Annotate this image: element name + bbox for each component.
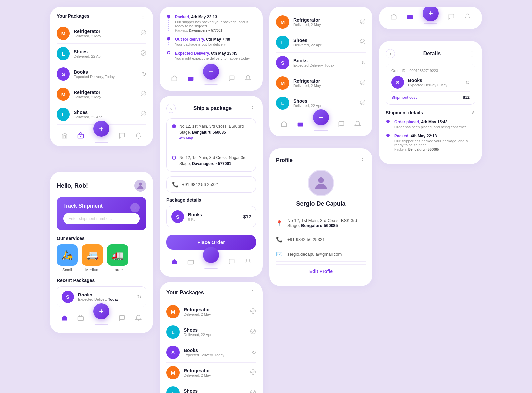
pkg-refresh-icon[interactable]: ↻: [137, 294, 141, 300]
c2-fab[interactable]: +: [203, 64, 219, 80]
c1-nav-chat[interactable]: [119, 315, 125, 321]
list-info: Shoes Delivered, 22 Apr: [184, 327, 246, 337]
ship-package-row: S Books 8 Kg $12: [166, 206, 256, 227]
chat-icon: [118, 132, 126, 139]
list-item[interactable]: L Shoes Delivered, 22 Apr: [276, 32, 366, 53]
c2-nav-bell[interactable]: [245, 75, 251, 82]
c1-nav-packages[interactable]: [77, 315, 84, 321]
card5-header: Profile ⋮: [276, 156, 366, 164]
pkg-details-title: Package details: [166, 197, 256, 203]
ct-nav-home[interactable]: [390, 13, 397, 20]
ship-back-btn[interactable]: ‹: [166, 104, 176, 113]
shipment-details-label: Shipment details: [386, 110, 423, 115]
ct-nav-bell[interactable]: [464, 13, 471, 20]
c4-fab[interactable]: +: [313, 109, 329, 125]
list-item[interactable]: M Refrigerator Delivered, 2 May: [57, 84, 146, 104]
nav-chat[interactable]: [118, 132, 126, 139]
profile-email: sergio.decapula@gmail.com: [287, 252, 342, 257]
ship-pkg-weight: 8 Kg: [188, 217, 239, 221]
list-item[interactable]: S Books Expected Delivery, Today ↻: [276, 53, 366, 73]
route-box: No 12, 1st Main, 3rd Cross, BSK 3rd Stag…: [166, 118, 256, 172]
list-item[interactable]: L Shoes Delivered, 22 Apr: [166, 322, 256, 342]
list-item[interactable]: S Books Expected Delivery, Today ↻: [57, 64, 146, 84]
svg-point-20: [318, 177, 324, 183]
status-icon: [140, 50, 146, 58]
c3-nav-home[interactable]: [171, 258, 178, 265]
ship-more-btn[interactable]: ⋮: [249, 104, 256, 112]
list-item[interactable]: L Shoes Delivered, 22 Apr: [166, 383, 256, 393]
ship-pkg-avatar: S: [171, 210, 184, 223]
c2-nav-home[interactable]: [171, 75, 178, 82]
nav-home[interactable]: [61, 132, 68, 139]
track-arrow[interactable]: →: [130, 203, 140, 212]
profile-city: Bengaluru 560085: [301, 223, 338, 228]
list-name: Shoes: [74, 110, 136, 115]
status-icon: [250, 369, 256, 377]
c3-nav-chat[interactable]: [228, 258, 235, 265]
c4-nav-packages[interactable]: [297, 121, 304, 127]
list-sub: Delivered, 2 May: [74, 34, 136, 38]
list-item[interactable]: M Refrigerator Delivered, 2 May: [276, 12, 366, 32]
list-item[interactable]: S Books Expected Delivery, Today ↻: [166, 342, 256, 363]
fab-add[interactable]: +: [93, 121, 109, 137]
ct-nav-chat[interactable]: [448, 13, 455, 20]
order-refresh-icon[interactable]: ↻: [466, 79, 470, 86]
list-name: Shoes: [293, 98, 356, 104]
list-sub: Expected Delivery, Today: [293, 63, 357, 67]
c2-nav-packages[interactable]: [187, 75, 194, 82]
phone-icon: 📞: [172, 181, 179, 188]
status-icon: [250, 308, 256, 316]
list-name: Books: [74, 69, 138, 75]
c1-nav-bell[interactable]: [135, 315, 142, 321]
list-item[interactable]: M Refrigerator Delivered, 2 May: [57, 23, 146, 44]
c3-nav-bell[interactable]: [245, 258, 251, 265]
status-icon: [140, 111, 146, 118]
list-avatar: L: [57, 108, 70, 121]
tl-dot-ofd: [167, 37, 170, 40]
details-more-btn[interactable]: ⋮: [469, 50, 475, 58]
service-large-icon: 🚛: [107, 244, 128, 266]
nav-packages[interactable]: [77, 132, 84, 139]
shipment-collapse-btn[interactable]: ∧: [471, 109, 475, 116]
profile-more[interactable]: ⋮: [359, 156, 366, 164]
list-name: Refrigerator: [74, 29, 136, 34]
shipment-cost-row: Shipment cost $12: [391, 91, 470, 100]
c1-nav-home[interactable]: [61, 315, 68, 321]
order-id: Order ID – 00012832719223: [391, 69, 470, 73]
nav-dash: [95, 142, 108, 143]
your-packages-more[interactable]: ⋮: [249, 289, 256, 296]
status-icon: [250, 328, 256, 336]
home-icon: [61, 132, 68, 139]
details-header: ‹ Details ⋮: [386, 49, 475, 58]
profile-phone: +91 9842 56 25321: [287, 237, 325, 242]
c4-nav-bell[interactable]: [354, 121, 361, 127]
c2-nav-chat[interactable]: [228, 75, 235, 82]
nav-notifications[interactable]: [135, 132, 142, 139]
list-item[interactable]: M Refrigerator Delivered, 2 May: [166, 363, 256, 383]
c4-nav-chat[interactable]: [338, 121, 345, 127]
edit-profile-button[interactable]: Edit Profle: [276, 264, 366, 278]
list-name: Refrigerator: [293, 78, 356, 84]
list-item[interactable]: L Shoes Delivered, 22 Apr: [57, 44, 146, 64]
track-input-display[interactable]: Enter shipment number..: [63, 213, 140, 224]
list-info: Refrigerator Delivered, 2 May: [74, 90, 136, 99]
c1-fab[interactable]: +: [93, 303, 109, 319]
top-strip-more[interactable]: ⋮: [140, 12, 146, 20]
service-small[interactable]: 🛵 Small: [57, 244, 78, 272]
details-back-btn[interactable]: ‹: [386, 49, 395, 58]
list-name: Refrigerator: [293, 17, 356, 23]
list-item[interactable]: M Refrigerator Delivered, 2 May: [276, 73, 366, 93]
service-large[interactable]: 🚛 Large: [107, 244, 128, 272]
ct-nav-packages[interactable]: [407, 13, 413, 20]
c3-nav-packages[interactable]: [187, 258, 194, 265]
list-info: Books Expected Delivery, Today: [74, 69, 138, 79]
service-medium[interactable]: 🚐 Medium: [82, 244, 103, 272]
list-avatar: L: [57, 47, 70, 60]
c4-nav-home[interactable]: [281, 121, 287, 127]
ship-pkg-name: Books: [188, 212, 239, 217]
pkg-name: Books: [78, 292, 133, 297]
list-sub: Expected Delivery, Today: [74, 75, 138, 79]
list-item[interactable]: M Refrigerator Delivered, 2 May: [166, 302, 256, 322]
c3-fab[interactable]: +: [203, 247, 219, 263]
tl-expected: Expected Delivery, 6th May 13:45 You mig…: [166, 51, 256, 65]
